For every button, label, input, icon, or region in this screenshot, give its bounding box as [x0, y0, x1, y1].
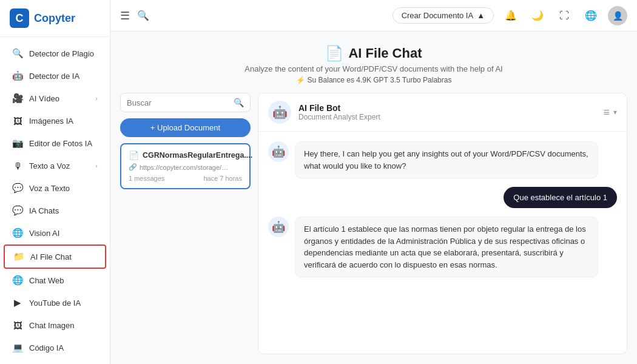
chat-header: 🤖 AI File Bot Document Analyst Expert ≡ …: [258, 93, 627, 132]
moon-icon[interactable]: 🌙: [528, 6, 547, 25]
detector-ia-label: Detector de IA: [29, 72, 79, 81]
sidebar-item-ia-chats[interactable]: 💬IA Chats: [4, 200, 106, 221]
sidebar-item-ai-video[interactable]: 🎥AI Vídeo›: [4, 87, 106, 109]
main-content: ☰ 🔍 Crear Documento IA ▲ 🔔 🌙 ⛶ 🌐 👤 📄 AI …: [110, 0, 637, 364]
bolt-icon: ⚡: [296, 76, 305, 84]
link-icon: 🔗: [129, 163, 137, 171]
message-row-2: Que establece el artículo 1: [268, 187, 617, 208]
doc-time: hace 7 horas: [203, 175, 242, 182]
sidebar-item-editor-fotos[interactable]: 📷Editor de Fotos IA: [4, 132, 106, 154]
sidebar-item-vision-ai[interactable]: 🌐Vision AI: [4, 222, 106, 244]
codigo-ia-label: Código IA: [29, 343, 64, 352]
chat-imagen-label: Chat Imagen: [29, 321, 74, 330]
logo-text: Copyter: [34, 12, 75, 25]
voz-texto-icon: 💬: [12, 183, 23, 194]
search-input[interactable]: [127, 98, 230, 107]
balance-text: Su Balance es 4.9K GPT 3.5 Turbo Palabra…: [308, 76, 452, 84]
fullscreen-icon[interactable]: ⛶: [554, 6, 574, 25]
codigo-ia-icon: 💻: [12, 342, 23, 353]
chat-left-panel: 🔍 + Upload Document 📄 CGRNormasRegularEn…: [120, 93, 251, 354]
search-icon: 🔍: [234, 98, 244, 107]
detector-plagio-label: Detector de Plagio: [29, 49, 94, 58]
texto-voz-icon: 🎙: [12, 160, 23, 171]
page-subtitle: Analyze the content of your Word/PDF/CSV…: [120, 64, 627, 73]
ai-file-chat-label: AI File Chat: [30, 252, 72, 261]
ai-video-arrow-icon: ›: [95, 95, 98, 102]
menu-icon[interactable]: ☰: [120, 9, 130, 22]
chat-imagen-icon: 🖼: [12, 320, 23, 331]
bot-name: AI File Bot: [298, 103, 596, 113]
sidebar-item-ai-file-chat[interactable]: 📁AI File Chat: [4, 244, 106, 269]
create-doc-label: Crear Documento IA: [402, 11, 474, 20]
texto-voz-arrow-icon: ›: [95, 162, 98, 169]
texto-voz-label: Texto a Voz: [29, 161, 70, 170]
chat-web-label: Chat Web: [29, 276, 64, 285]
youtube-ia-label: YouTube de IA: [29, 298, 81, 308]
sidebar-item-brand-voice[interactable]: 🌐Brand Voice: [4, 359, 106, 364]
bot-role: Document Analyst Expert: [298, 113, 596, 121]
youtube-ia-icon: ▶: [12, 297, 23, 308]
chevron-icon: ▲: [477, 11, 485, 20]
page-title: AI File Chat: [348, 46, 422, 61]
sidebar-item-voz-texto[interactable]: 💬Voz a Texto: [4, 177, 106, 199]
bot-info: AI File Bot Document Analyst Expert: [298, 103, 596, 121]
page-content: 📄 AI File Chat Analyze the content of yo…: [110, 32, 637, 364]
ia-chats-label: IA Chats: [29, 206, 59, 215]
chat-messages: 🤖 Hey there, I can help you get any insi…: [258, 132, 627, 354]
imagenes-ia-label: Imágenes IA: [29, 116, 73, 126]
sidebar-item-youtube-ia[interactable]: ▶YouTube de IA: [4, 292, 106, 314]
editor-fotos-icon: 📷: [12, 138, 23, 149]
chat-area: 🔍 + Upload Document 📄 CGRNormasRegularEn…: [110, 93, 637, 364]
bot-message-3: El artículo 1 establece que las normas t…: [295, 217, 598, 277]
doc-messages: 1 messages: [129, 175, 164, 182]
user-avatar[interactable]: 👤: [608, 6, 627, 25]
logo-box: C: [10, 8, 29, 28]
imagenes-ia-icon: 🖼: [12, 115, 23, 126]
sidebar: C Copyter 🔍Detector de Plagio🤖Detector d…: [0, 0, 110, 364]
vision-ai-icon: 🌐: [12, 228, 23, 238]
bot-msg-avatar-3: 🤖: [268, 217, 289, 237]
chat-web-icon: 🌐: [12, 275, 23, 286]
create-doc-button[interactable]: Crear Documento IA ▲: [393, 7, 494, 24]
voz-texto-label: Voz a Texto: [29, 184, 70, 193]
doc-link-row: 🔗 https://copyter.com/storage/A72co2OejW…: [129, 163, 242, 171]
ia-chats-icon: 💬: [12, 205, 23, 216]
upload-btn-label: + Upload Document: [150, 123, 220, 132]
topbar: ☰ 🔍 Crear Documento IA ▲ 🔔 🌙 ⛶ 🌐 👤: [110, 0, 637, 32]
doc-title: CGRNormasRegularEntrega....: [143, 151, 252, 160]
sidebar-item-codigo-ia[interactable]: 💻Código IA: [4, 337, 106, 359]
file-chat-icon: 📄: [325, 45, 343, 62]
search-icon[interactable]: 🔍: [137, 10, 149, 21]
bot-msg-avatar-1: 🤖: [268, 141, 289, 162]
sidebar-item-chat-imagen[interactable]: 🖼Chat Imagen: [4, 314, 106, 336]
document-card[interactable]: 📄 CGRNormasRegularEntrega.... 🔗 https://…: [120, 143, 251, 189]
sidebar-item-detector-ia[interactable]: 🤖Detector de IA: [4, 65, 106, 87]
menu-dots-icon: ≡: [603, 106, 610, 119]
page-title-row: 📄 AI File Chat: [120, 45, 627, 62]
doc-meta-row: 1 messages hace 7 horas: [129, 175, 242, 182]
balance-row: ⚡ Su Balance es 4.9K GPT 3.5 Turbo Palab…: [120, 76, 627, 84]
message-row-1: 🤖 Hey there, I can help you get any insi…: [268, 141, 617, 178]
doc-link-text: https://copyter.com/storage/A72co2OejW.p…: [140, 164, 231, 171]
globe-icon[interactable]: 🌐: [581, 6, 601, 25]
sidebar-item-imagenes-ia[interactable]: 🖼Imágenes IA: [4, 110, 106, 132]
vision-ai-label: Vision AI: [29, 229, 59, 238]
search-bar: 🔍: [120, 93, 251, 112]
ai-video-icon: 🎥: [12, 93, 23, 104]
message-row-3: 🤖 El artículo 1 establece que las normas…: [268, 217, 617, 277]
sidebar-item-detector-plagio[interactable]: 🔍Detector de Plagio: [4, 42, 106, 64]
ai-file-chat-icon: 📁: [13, 251, 24, 262]
bell-icon[interactable]: 🔔: [501, 6, 521, 25]
sidebar-nav: 🔍Detector de Plagio🤖Detector de IA🎥AI Ví…: [0, 37, 110, 364]
chat-header-menu[interactable]: ≡ ▾: [603, 106, 617, 119]
editor-fotos-label: Editor de Fotos IA: [29, 139, 92, 148]
upload-document-button[interactable]: + Upload Document: [120, 118, 251, 137]
bot-message-1: Hey there, I can help you get any insigh…: [295, 141, 598, 178]
logo-letter: C: [16, 12, 24, 25]
sidebar-item-chat-web[interactable]: 🌐Chat Web: [4, 269, 106, 291]
doc-title-row: 📄 CGRNormasRegularEntrega....: [129, 150, 242, 160]
page-header: 📄 AI File Chat Analyze the content of yo…: [110, 32, 637, 93]
sidebar-item-texto-voz[interactable]: 🎙Texto a Voz›: [4, 155, 106, 177]
sidebar-logo[interactable]: C Copyter: [0, 0, 110, 37]
user-message-1: Que establece el artículo 1: [504, 187, 617, 208]
